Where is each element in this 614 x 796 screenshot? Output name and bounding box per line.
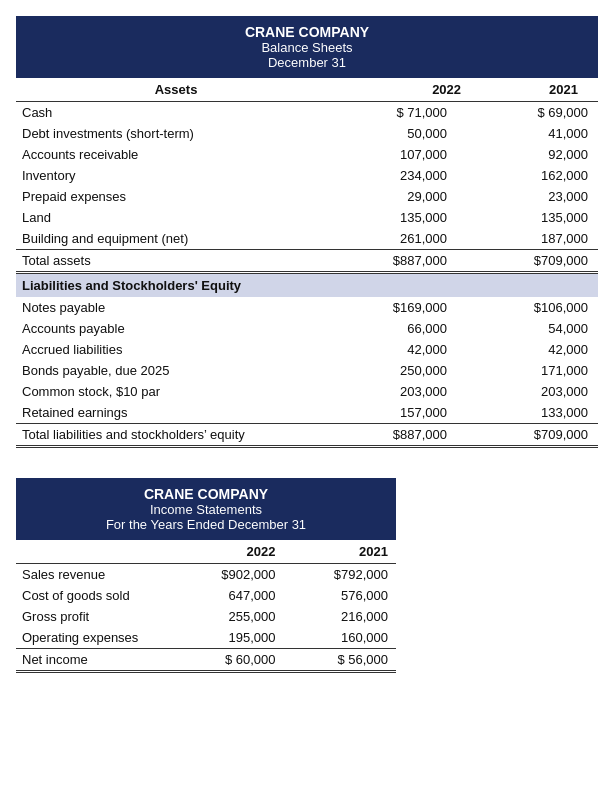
asset-v2021: 23,000 [467, 186, 598, 207]
asset-row: Prepaid expenses 29,000 23,000 [16, 186, 598, 207]
income-row: Net income $ 60,000 $ 56,000 [16, 649, 396, 672]
is-year1-header: 2022 [187, 540, 292, 564]
liability-row: Notes payable $169,000 $106,000 [16, 297, 598, 318]
liability-v2021: 171,000 [467, 360, 598, 381]
liability-v2021: 203,000 [467, 381, 598, 402]
asset-v2021: 41,000 [467, 123, 598, 144]
is-subtitle: For the Years Ended December 31 [22, 517, 390, 532]
liability-row: Common stock, $10 par 203,000 203,000 [16, 381, 598, 402]
liability-row: Accrued liabilities 42,000 42,000 [16, 339, 598, 360]
income-v2022: $ 60,000 [187, 649, 292, 672]
total-liabilities-v2021: $709,000 [467, 424, 598, 447]
asset-label: Prepaid expenses [16, 186, 336, 207]
liability-label: Retained earnings [16, 402, 336, 424]
balance-sheet-table: Assets 2022 2021 Cash $ 71,000 $ 69,000 … [16, 78, 598, 448]
liabilities-section-header: Liabilities and Stockholders' Equity [16, 273, 598, 298]
income-label: Gross profit [16, 606, 187, 627]
liability-label: Accounts payable [16, 318, 336, 339]
income-statement-header: CRANE COMPANY Income Statements For the … [16, 478, 396, 540]
asset-row: Building and equipment (net) 261,000 187… [16, 228, 598, 250]
income-v2021: 216,000 [292, 606, 397, 627]
balance-sheet-container: CRANE COMPANY Balance Sheets December 31… [16, 16, 598, 448]
income-v2021: 160,000 [292, 627, 397, 649]
asset-v2022: 135,000 [336, 207, 467, 228]
income-rows: Sales revenue $902,000 $792,000 Cost of … [16, 564, 396, 672]
liability-v2022: 157,000 [336, 402, 467, 424]
liability-label: Accrued liabilities [16, 339, 336, 360]
income-statement-table: 2022 2021 Sales revenue $902,000 $792,00… [16, 540, 396, 673]
asset-v2022: 50,000 [336, 123, 467, 144]
total-assets-v2021: $709,000 [467, 250, 598, 273]
year1-header: 2022 [336, 78, 467, 102]
asset-row: Debt investments (short-term) 50,000 41,… [16, 123, 598, 144]
is-company-name: CRANE COMPANY [22, 486, 390, 502]
asset-label: Debt investments (short-term) [16, 123, 336, 144]
bs-company-name: CRANE COMPANY [22, 24, 592, 40]
liability-row: Accounts payable 66,000 54,000 [16, 318, 598, 339]
asset-row: Cash $ 71,000 $ 69,000 [16, 102, 598, 124]
income-label: Sales revenue [16, 564, 187, 586]
asset-v2022: 234,000 [336, 165, 467, 186]
income-row: Sales revenue $902,000 $792,000 [16, 564, 396, 586]
income-label: Operating expenses [16, 627, 187, 649]
liability-label: Common stock, $10 par [16, 381, 336, 402]
total-assets-v2022: $887,000 [336, 250, 467, 273]
income-row: Gross profit 255,000 216,000 [16, 606, 396, 627]
assets-rows: Cash $ 71,000 $ 69,000 Debt investments … [16, 102, 598, 447]
income-v2021: 576,000 [292, 585, 397, 606]
asset-v2022: $ 71,000 [336, 102, 467, 124]
liability-v2022: 203,000 [336, 381, 467, 402]
is-title: Income Statements [22, 502, 390, 517]
asset-row: Land 135,000 135,000 [16, 207, 598, 228]
asset-v2021: 92,000 [467, 144, 598, 165]
asset-label: Building and equipment (net) [16, 228, 336, 250]
asset-label: Cash [16, 102, 336, 124]
liability-v2021: 133,000 [467, 402, 598, 424]
income-v2022: 195,000 [187, 627, 292, 649]
income-label: Net income [16, 649, 187, 672]
income-v2021: $792,000 [292, 564, 397, 586]
asset-v2022: 29,000 [336, 186, 467, 207]
liability-label: Bonds payable, due 2025 [16, 360, 336, 381]
asset-v2022: 107,000 [336, 144, 467, 165]
asset-row: Inventory 234,000 162,000 [16, 165, 598, 186]
asset-v2021: 135,000 [467, 207, 598, 228]
income-statement-container: CRANE COMPANY Income Statements For the … [16, 478, 396, 673]
asset-v2022: 261,000 [336, 228, 467, 250]
total-liabilities-label: Total liabilities and stockholders’ equi… [16, 424, 336, 447]
income-v2022: $902,000 [187, 564, 292, 586]
income-label: Cost of goods sold [16, 585, 187, 606]
total-liabilities-v2022: $887,000 [336, 424, 467, 447]
is-year2-header: 2021 [292, 540, 397, 564]
total-assets-row: Total assets $887,000 $709,000 [16, 250, 598, 273]
liability-v2022: $169,000 [336, 297, 467, 318]
liability-v2022: 250,000 [336, 360, 467, 381]
income-row: Cost of goods sold 647,000 576,000 [16, 585, 396, 606]
liabilities-header-label: Liabilities and Stockholders' Equity [16, 273, 598, 298]
total-liabilities-row: Total liabilities and stockholders’ equi… [16, 424, 598, 447]
asset-row: Accounts receivable 107,000 92,000 [16, 144, 598, 165]
asset-label: Accounts receivable [16, 144, 336, 165]
income-row: Operating expenses 195,000 160,000 [16, 627, 396, 649]
assets-column-header: Assets [16, 78, 336, 102]
bs-subtitle: December 31 [22, 55, 592, 70]
asset-v2021: $ 69,000 [467, 102, 598, 124]
income-v2022: 647,000 [187, 585, 292, 606]
liability-label: Notes payable [16, 297, 336, 318]
income-v2022: 255,000 [187, 606, 292, 627]
total-assets-label: Total assets [16, 250, 336, 273]
asset-label: Land [16, 207, 336, 228]
asset-v2021: 162,000 [467, 165, 598, 186]
liability-v2021: 42,000 [467, 339, 598, 360]
bs-title: Balance Sheets [22, 40, 592, 55]
liability-v2022: 42,000 [336, 339, 467, 360]
asset-v2021: 187,000 [467, 228, 598, 250]
liability-v2022: 66,000 [336, 318, 467, 339]
is-label-header [16, 540, 187, 564]
liability-row: Bonds payable, due 2025 250,000 171,000 [16, 360, 598, 381]
year2-header: 2021 [467, 78, 598, 102]
asset-label: Inventory [16, 165, 336, 186]
liability-v2021: 54,000 [467, 318, 598, 339]
balance-sheet-header: CRANE COMPANY Balance Sheets December 31 [16, 16, 598, 78]
liability-row: Retained earnings 157,000 133,000 [16, 402, 598, 424]
